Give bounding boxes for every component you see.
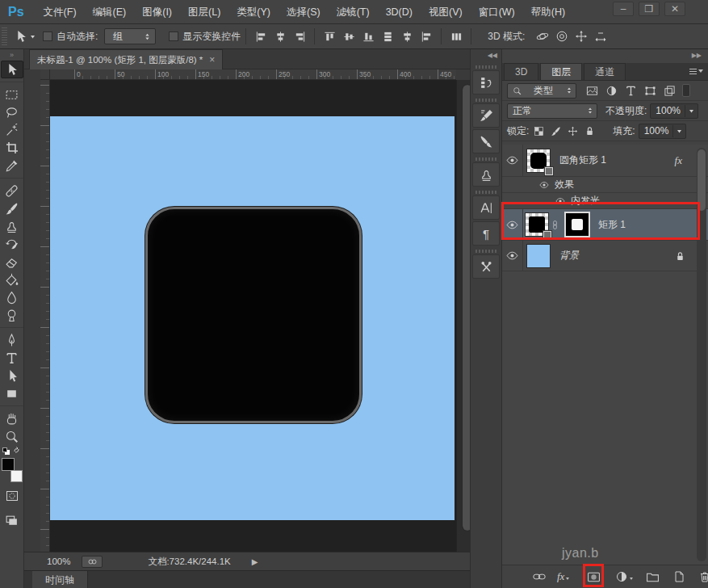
expand-panels-arrows-icon[interactable]: ▶▶ [502,49,708,63]
filter-smart-objects-icon[interactable] [664,85,676,97]
document-tab[interactable]: 未标题-1 @ 100% (矩形 1, 图层蒙版/8) * × [29,49,223,69]
layer-thumbnail[interactable] [527,149,550,172]
vertical-ruler[interactable] [40,80,50,552]
effects-visibility-eye-icon[interactable] [539,180,549,190]
magic-wand-tool[interactable] [1,121,23,139]
layer-mask-link-icon[interactable] [551,219,559,231]
align-bottom-edges-button[interactable] [358,27,378,45]
fill-field[interactable]: 100% [639,124,687,139]
type-tool[interactable] [1,349,23,367]
visibility-toggle[interactable] [502,209,523,240]
zoom-tool[interactable] [1,427,23,445]
layer-name[interactable]: 圆角矩形 1 [559,153,606,167]
auto-select-target-dropdown[interactable]: 组 [104,28,156,44]
3d-slide-button[interactable] [591,27,610,45]
menu-filter[interactable]: 滤镜(T) [329,0,378,24]
inner-glow-visibility-eye-icon[interactable] [555,196,565,206]
brush-presets-panel-button[interactable] [472,129,500,153]
filter-type-dropdown[interactable]: 类型 [507,83,576,99]
menu-type[interactable]: 类型(Y) [228,0,279,24]
tool-presets-panel-button[interactable] [472,254,500,279]
new-group-button[interactable] [646,570,660,584]
foreground-color-swatch[interactable] [2,458,15,471]
align-horizontal-centers-button[interactable] [270,27,290,45]
history-brush-tool[interactable] [1,235,23,253]
distribute-top-edges-button[interactable] [378,27,397,45]
shape-rounded-rectangle[interactable] [145,207,362,423]
lasso-tool[interactable] [1,103,23,121]
new-adjustment-layer-button[interactable] [615,570,633,583]
scrollbar-thumb[interactable] [698,149,706,211]
crop-tool[interactable] [1,139,23,157]
horizontal-ruler[interactable]: 050100150200250300350400450 [50,69,456,80]
filter-adjustment-layers-icon[interactable] [605,85,618,97]
canvas-pasteboard[interactable] [50,80,456,552]
align-left-edges-button[interactable] [251,27,270,45]
collapse-panels-arrows-icon[interactable]: ◀◀ [471,49,501,61]
panel-menu-icon[interactable] [689,66,703,76]
current-tool-indicator[interactable] [14,30,36,44]
path-select-tool[interactable] [1,367,23,384]
background-color-swatch[interactable] [10,470,23,482]
maximize-button[interactable]: ❒ [639,2,660,16]
menu-window[interactable]: 窗口(W) [471,0,523,24]
healing-brush-tool[interactable] [1,182,23,200]
dodge-tool[interactable] [1,306,23,324]
distribute-bottom-edges-button[interactable] [417,27,436,45]
layer-row-inner-glow[interactable]: 内发光 [502,193,708,209]
move-tool[interactable] [1,61,23,78]
lock-transparent-pixels-icon[interactable] [534,126,544,136]
distribute-vertical-centers-button[interactable] [397,27,417,45]
close-button[interactable]: ✕ [664,2,685,16]
history-panel-button[interactable] [472,70,500,94]
swap-colors-icon[interactable] [12,446,21,455]
visibility-toggle[interactable] [502,145,523,176]
layer-list-scrollbar[interactable] [697,148,706,561]
quick-mask-mode-button[interactable] [1,487,23,505]
delete-layer-button[interactable] [698,570,708,583]
distribute-horizontal-button[interactable] [446,27,466,45]
filter-pixel-layers-icon[interactable] [586,85,598,97]
3d-orbit-button[interactable] [533,27,552,45]
align-right-edges-button[interactable] [290,27,309,45]
filter-shape-layers-icon[interactable] [644,85,656,97]
tab-3d[interactable]: 3D [504,63,538,80]
layer-name[interactable]: 背景 [559,249,579,262]
paint-bucket-tool[interactable] [1,271,23,288]
layer-row-effects[interactable]: 效果 [502,177,708,193]
layer-thumbnail[interactable] [527,245,550,267]
status-flyout-arrow-icon[interactable]: ▶ [252,557,258,566]
blur-tool[interactable] [1,288,23,306]
document-canvas[interactable] [50,116,455,520]
align-vertical-centers-button[interactable] [339,27,358,45]
layer-thumbnail[interactable] [526,213,548,236]
zoom-level-field[interactable]: 100% [47,556,70,566]
canvas-vertical-scrollbar[interactable] [456,80,470,552]
blend-mode-dropdown[interactable]: 正常 [507,103,597,119]
auto-select-checkbox[interactable] [43,32,52,41]
menu-3d[interactable]: 3D(D) [378,0,421,24]
menu-image[interactable]: 图像(I) [134,0,180,24]
show-transform-checkbox[interactable] [169,32,178,41]
layer-name[interactable]: 矩形 1 [598,218,626,232]
pen-tool[interactable] [1,331,23,349]
lock-position-icon[interactable] [568,126,578,136]
layer-row-rectangle-1[interactable]: 矩形 1 [502,209,708,241]
layer-row-rounded-rectangle-1[interactable]: 圆角矩形 1 fx [502,145,708,177]
layer-style-fx-button[interactable]: fx [557,570,569,583]
filter-on-off-toggle[interactable] [682,84,690,97]
opacity-field[interactable]: 100% [650,103,698,119]
eraser-tool[interactable] [1,253,23,271]
3d-pan-button[interactable] [572,27,591,45]
options-bar-gripper[interactable] [2,27,7,45]
status-options-button[interactable] [82,556,103,568]
menu-file[interactable]: 文件(F) [36,0,85,24]
new-layer-button[interactable] [672,570,685,583]
screen-mode-button[interactable] [1,511,23,529]
minimize-button[interactable]: – [613,2,634,16]
tools-panel-gripper[interactable]: » [0,49,23,61]
align-top-edges-button[interactable] [320,27,339,45]
inner-glow-label[interactable]: 内发光 [571,194,600,208]
3d-roll-button[interactable] [552,27,572,45]
timeline-tab[interactable]: 时间轴 [32,571,88,588]
